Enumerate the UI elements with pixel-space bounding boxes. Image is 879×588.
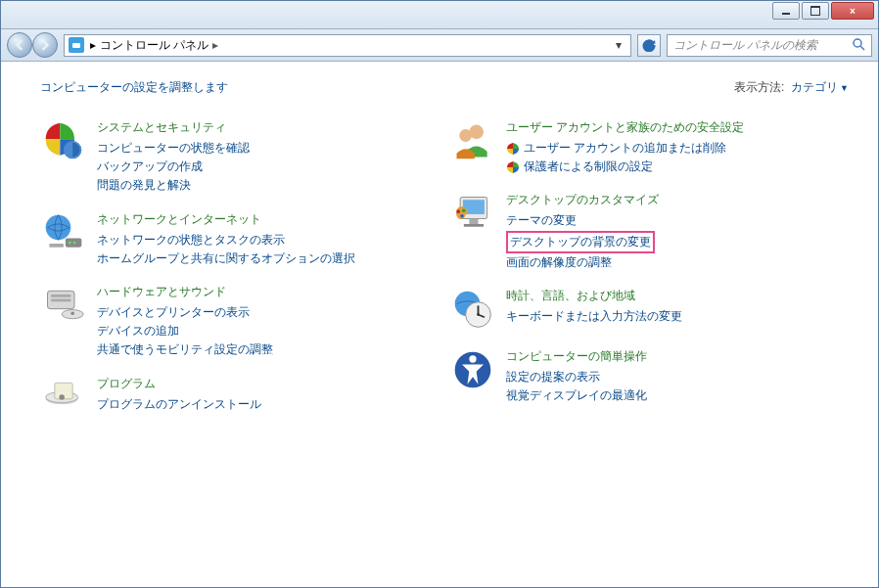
back-button[interactable]	[7, 32, 32, 58]
link-change-theme[interactable]: テーマの変更	[506, 211, 849, 230]
svg-point-16	[59, 394, 65, 400]
address-dropdown[interactable]: ▾	[609, 38, 626, 52]
link-optimize-display[interactable]: 視覚ディスプレイの最適化	[506, 386, 849, 405]
category-security-title[interactable]: システムとセキュリティ	[97, 119, 226, 136]
category-users: ユーザー アカウントと家族のための安全設定 ユーザー アカウントの追加または削除…	[449, 117, 849, 176]
category-hardware-title[interactable]: ハードウェアとサウンド	[97, 284, 226, 300]
titlebar: ×	[1, 1, 878, 29]
breadcrumb-title[interactable]: コントロール パネル	[100, 37, 208, 54]
window-controls: ×	[772, 2, 874, 20]
ease-icon	[449, 346, 496, 393]
category-appearance-title[interactable]: デスクトップのカスタマイズ	[506, 192, 659, 208]
category-hardware: ハードウェアとサウンド デバイスとプリンターの表示 デバイスの追加 共通で使うモ…	[40, 282, 440, 360]
link-add-device[interactable]: デバイスの追加	[97, 322, 440, 340]
link-troubleshoot[interactable]: 問題の発見と解決	[97, 176, 440, 195]
category-programs-title[interactable]: プログラム	[97, 376, 156, 392]
category-network: ネットワークとインターネット ネットワークの状態とタスクの表示 ホームグループと…	[40, 209, 440, 268]
users-icon	[449, 117, 496, 164]
hardware-icon	[40, 282, 87, 329]
svg-point-23	[457, 210, 461, 214]
link-mobility[interactable]: 共通で使うモビリティ設定の調整	[97, 340, 440, 359]
breadcrumb-root-arrow: ▸	[90, 38, 96, 52]
category-appearance: デスクトップのカスタマイズ テーマの変更 デスクトップの背景の変更 画面の解像度…	[449, 190, 849, 272]
svg-point-30	[477, 313, 480, 316]
view-method: 表示方法: カテゴリ▼	[734, 79, 849, 96]
network-icon	[40, 209, 87, 256]
left-column: システムとセキュリティ コンピューターの状態を確認 バックアップの作成 問題の発…	[40, 117, 440, 421]
svg-rect-7	[49, 244, 64, 248]
link-change-background[interactable]: デスクトップの背景の変更	[510, 235, 651, 249]
link-adjust-resolution[interactable]: 画面の解像度の調整	[506, 253, 849, 272]
category-users-title[interactable]: ユーザー アカウントと家族のための安全設定	[506, 119, 744, 136]
programs-icon	[40, 374, 87, 421]
link-backup[interactable]: バックアップの作成	[97, 158, 440, 176]
link-add-remove-user[interactable]: ユーザー アカウントの追加または削除	[524, 139, 726, 158]
clock-icon	[449, 286, 496, 333]
category-ease-title[interactable]: コンピューターの簡単操作	[506, 348, 647, 365]
link-homegroup[interactable]: ホームグループと共有に関するオプションの選択	[97, 249, 440, 268]
shield-icon	[506, 142, 520, 156]
header-row: コンピューターの設定を調整します 表示方法: カテゴリ▼	[40, 79, 849, 96]
link-keyboard-input[interactable]: キーボードまたは入力方法の変更	[506, 307, 849, 326]
view-mode-link[interactable]: カテゴリ▼	[791, 80, 849, 94]
view-label: 表示方法:	[734, 80, 784, 94]
breadcrumb-arrow[interactable]: ▸	[212, 38, 218, 52]
refresh-button[interactable]	[637, 34, 661, 57]
svg-point-25	[462, 209, 466, 213]
link-devices-printers[interactable]: デバイスとプリンターの表示	[97, 303, 440, 322]
category-security: システムとセキュリティ コンピューターの状態を確認 バックアップの作成 問題の発…	[40, 117, 440, 196]
link-suggest-settings[interactable]: 設定の提案の表示	[506, 368, 849, 386]
highlighted-link-wrapper: デスクトップの背景の変更	[506, 231, 655, 253]
svg-rect-22	[464, 224, 484, 227]
page-title: コンピューターの設定を調整します	[40, 79, 228, 96]
maximize-button[interactable]	[802, 2, 829, 20]
svg-rect-10	[51, 299, 70, 302]
svg-point-6	[73, 241, 76, 244]
category-network-title[interactable]: ネットワークとインターネット	[97, 211, 261, 228]
svg-point-24	[460, 214, 464, 218]
content-area: コンピューターの設定を調整します 表示方法: カテゴリ▼ システムとセキュリティ…	[1, 62, 878, 587]
forward-button[interactable]	[32, 32, 58, 58]
svg-rect-21	[469, 219, 478, 225]
svg-point-12	[70, 311, 74, 315]
link-parental-controls[interactable]: 保護者による制限の設定	[524, 158, 653, 176]
svg-line-1	[860, 46, 864, 50]
link-check-status[interactable]: コンピューターの状態を確認	[97, 139, 440, 158]
security-icon	[40, 117, 87, 164]
link-uninstall[interactable]: プログラムのアンインストール	[97, 395, 440, 414]
category-programs: プログラム プログラムのアンインストール	[40, 374, 440, 421]
search-input[interactable]	[673, 38, 852, 52]
search-box[interactable]	[667, 34, 872, 57]
svg-point-18	[459, 129, 472, 142]
svg-point-32	[469, 355, 476, 362]
close-button[interactable]: ×	[831, 2, 874, 20]
shield-icon	[506, 160, 520, 174]
link-network-status[interactable]: ネットワークの状態とタスクの表示	[97, 231, 440, 249]
category-clock: 時計、言語、および地域 キーボードまたは入力方法の変更	[449, 286, 849, 333]
address-toolbar: ▸ コントロール パネル ▸ ▾	[1, 29, 878, 62]
svg-rect-9	[51, 294, 70, 297]
category-clock-title[interactable]: 時計、言語、および地域	[506, 288, 635, 304]
right-column: ユーザー アカウントと家族のための安全設定 ユーザー アカウントの追加または削除…	[449, 117, 849, 421]
svg-point-3	[46, 214, 71, 240]
svg-point-5	[69, 241, 71, 244]
category-ease: コンピューターの簡単操作 設定の提案の表示 視覚ディスプレイの最適化	[449, 346, 849, 405]
appearance-icon	[449, 190, 496, 237]
svg-point-0	[854, 39, 861, 47]
minimize-button[interactable]	[772, 2, 800, 20]
address-bar[interactable]: ▸ コントロール パネル ▸ ▾	[64, 34, 631, 57]
chevron-down-icon: ▼	[840, 83, 849, 93]
search-icon[interactable]	[852, 37, 865, 54]
categories: システムとセキュリティ コンピューターの状態を確認 バックアップの作成 問題の発…	[40, 117, 849, 421]
control-panel-icon	[69, 37, 84, 53]
nav-buttons	[7, 32, 58, 58]
